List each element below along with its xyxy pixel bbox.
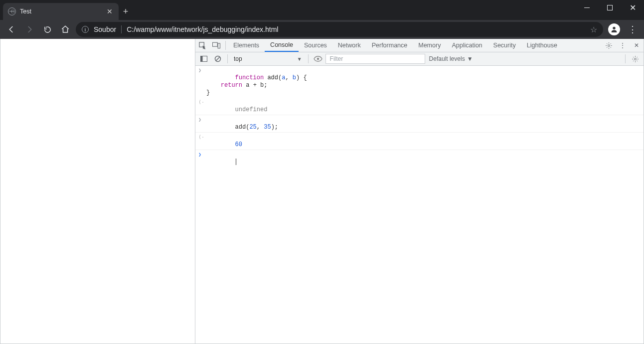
back-button[interactable] [4,22,19,37]
window-controls: ✕ [575,0,644,15]
home-button[interactable] [58,22,73,37]
input-marker-icon: ❯ [198,67,201,74]
output-marker-icon: ⟨· [198,134,204,141]
svg-line-10 [216,57,220,61]
input-marker-icon: ❯ [198,116,201,124]
reload-button[interactable] [40,22,55,37]
svg-rect-1 [607,5,612,10]
svg-point-11 [317,58,319,60]
log-levels-select[interactable]: Default levels ▼ [426,55,476,62]
prompt-marker-icon: ❯ [198,151,201,159]
tab-network[interactable]: Network [332,39,366,52]
tab-elements[interactable]: Elements [228,39,265,52]
svg-rect-8 [201,56,203,62]
device-toggle-icon[interactable] [209,39,223,52]
devtools-close-icon[interactable]: ✕ [630,42,644,49]
devtools-tabbar: Elements Console Sources Network Perform… [195,39,644,52]
separator [121,25,122,33]
execution-context-select[interactable]: top ▼ [231,55,305,62]
inspect-element-icon[interactable] [195,39,209,52]
tab-application[interactable]: Application [446,39,487,52]
console-filter-input[interactable] [325,54,425,64]
minimize-button[interactable] [575,0,598,15]
clear-console-icon[interactable] [211,53,224,64]
tab-strip: Test ✕ + [0,0,133,20]
context-label: top [234,55,242,62]
console-output-row: ⟨·undefined [195,98,644,115]
new-tab-button[interactable]: + [119,4,133,18]
console-settings-icon[interactable] [629,53,642,64]
svg-rect-4 [212,42,217,46]
close-tab-icon[interactable]: ✕ [106,6,114,16]
tab-title: Test [20,8,102,15]
devtools-settings-icon[interactable] [602,42,616,49]
console-toolbar: top ▼ Default levels ▼ [195,52,644,66]
console-output[interactable]: ❯function add(a, b) { return a + b; } ⟨·… [195,66,644,344]
forward-button[interactable] [22,22,37,37]
tab-lighthouse[interactable]: Lighthouse [521,39,563,52]
console-input-row: ❯function add(a, b) { return a + b; } [195,66,644,98]
live-expression-icon[interactable] [312,53,324,64]
globe-icon [8,7,16,15]
console-prompt-row[interactable]: ❯ [195,150,644,168]
devtools-menu-icon[interactable]: ⋮ [616,42,630,49]
rendered-page [0,39,195,344]
tab-security[interactable]: Security [488,39,521,52]
levels-label: Default levels [429,55,465,62]
console-sidebar-toggle-icon[interactable] [197,53,210,64]
devtools-panel: Elements Console Sources Network Perform… [195,39,644,344]
svg-point-12 [634,58,636,60]
profile-avatar[interactable] [608,23,620,35]
address-bar[interactable]: i Soubor C:/wamp/www/itnetwork/js_debugg… [76,22,603,37]
svg-point-2 [613,27,615,29]
close-window-button[interactable]: ✕ [621,0,644,15]
url-text[interactable]: C:/wamp/www/itnetwork/js_debugging/index… [127,25,585,33]
maximize-button[interactable] [598,0,621,15]
bookmark-star-icon[interactable]: ☆ [590,25,597,34]
filter-input[interactable] [329,55,422,63]
svg-point-6 [608,44,610,46]
info-icon[interactable]: i [82,26,89,33]
console-input-row: ❯add(25, 35); [195,115,644,133]
tab-performance[interactable]: Performance [366,39,413,52]
source-label: Soubor [94,25,116,33]
caret-down-icon: ▼ [297,56,302,62]
content-area: Elements Console Sources Network Perform… [0,39,644,344]
caret-down-icon: ▼ [467,55,473,62]
tab-memory[interactable]: Memory [413,39,446,52]
tab-console[interactable]: Console [265,39,299,52]
browser-tab[interactable]: Test ✕ [3,3,119,20]
console-output-row: ⟨·60 [195,133,644,150]
svg-rect-5 [218,43,220,48]
output-marker-icon: ⟨· [198,99,204,106]
browser-toolbar: i Soubor C:/wamp/www/itnetwork/js_debugg… [0,20,644,39]
browser-titlebar: Test ✕ + ✕ [0,0,644,20]
tab-sources[interactable]: Sources [299,39,332,52]
chrome-menu-button[interactable]: ⋮ [625,24,640,35]
text-cursor [236,159,236,165]
